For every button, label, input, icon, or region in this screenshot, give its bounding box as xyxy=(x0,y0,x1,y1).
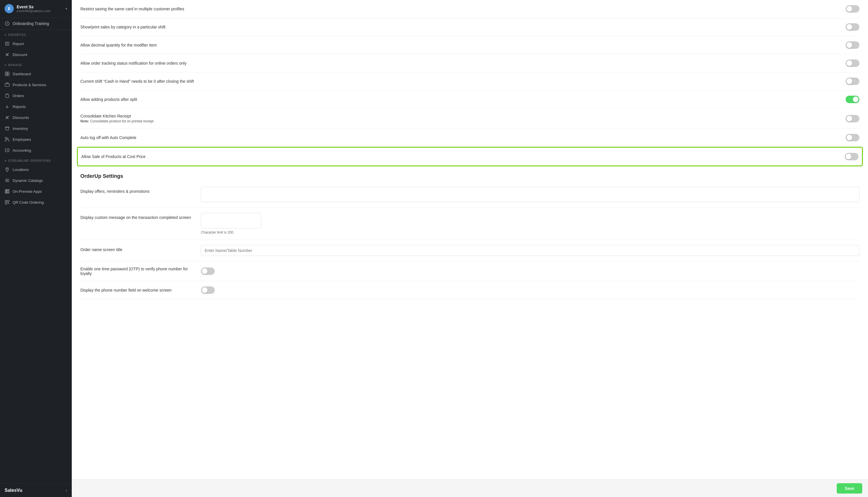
orderup-section-title: OrderUp Settings xyxy=(80,166,859,182)
locations-icon xyxy=(4,167,10,172)
toggle-row-restrict-card: Restrict saving the same card in multipl… xyxy=(80,0,859,18)
sidebar-item-on-premise-apps[interactable]: On-Premise Apps xyxy=(0,186,72,197)
toggle-row-cost-price: Allow Sale of Products at Cost Price xyxy=(77,147,863,166)
onboarding-icon xyxy=(4,21,10,26)
svg-rect-5 xyxy=(8,72,9,73)
orderup-toggle-label-phone: Display the phone number field on welcom… xyxy=(80,288,195,293)
orderup-label-custom-message: Display custom message on the transactio… xyxy=(80,213,195,220)
toggle-slider-auto-log-off xyxy=(845,134,859,141)
svg-rect-14 xyxy=(5,191,6,192)
products-icon xyxy=(4,82,10,87)
toggle-row-auto-log-off: Auto log off with Auto Complete xyxy=(80,129,859,147)
collapse-icon: ▾ xyxy=(4,63,6,67)
toggle-label-auto-log-off: Auto log off with Auto Complete xyxy=(80,135,845,140)
avatar: E xyxy=(4,4,14,13)
sidebar-item-qr-code[interactable]: QR Code Ordering xyxy=(0,197,72,208)
toggle-switch-show-sales-category[interactable] xyxy=(845,23,859,31)
sidebar-item-discounts[interactable]: Discounts xyxy=(0,112,72,123)
user-header[interactable]: E Event Ss event440@salesvu.com ▾ xyxy=(0,0,72,17)
char-limit-note: Character limit is 200. xyxy=(201,230,859,235)
toggle-switch-decimal-quantity[interactable] xyxy=(845,41,859,49)
sidebar-item-employees[interactable]: Employees xyxy=(0,134,72,145)
orderup-row-offers: Display offers, reminders & promotions xyxy=(80,182,859,208)
toggle-slider-show-sales-category xyxy=(845,23,859,31)
toggle-switch-auto-log-off[interactable] xyxy=(845,134,859,141)
chevron-down-icon: ▾ xyxy=(65,6,67,11)
sidebar-item-onboarding[interactable]: Onboarding Training xyxy=(0,17,72,30)
onboarding-label: Onboarding Training xyxy=(13,21,49,26)
favorites-section-label: ▾ FAVORITES xyxy=(0,30,72,38)
toggle-rows: Restrict saving the same card in multipl… xyxy=(80,0,859,166)
toggle-switch-cash-in-hand[interactable] xyxy=(845,77,859,85)
toggle-switch-restrict-card[interactable] xyxy=(845,5,859,13)
toggle-row-products-after-split: Allow adding products after split xyxy=(80,90,859,109)
svg-rect-4 xyxy=(5,72,7,73)
collapse-sidebar-button[interactable]: ‹ xyxy=(66,488,67,493)
svg-rect-7 xyxy=(8,74,9,76)
toggle-label-products-after-split: Allow adding products after split xyxy=(80,97,845,102)
sidebar-item-label: Locations xyxy=(13,168,29,172)
discounts-icon xyxy=(4,115,10,120)
orderup-row-order-name: Order name screen title xyxy=(80,240,859,261)
dashboard-icon xyxy=(4,71,10,76)
sidebar-item-label: QR Code Ordering xyxy=(13,200,44,204)
toggle-switch-cost-price[interactable] xyxy=(845,153,858,160)
toggle-label-show-sales-category: Show/print sales by category in a partic… xyxy=(80,25,845,29)
sidebar-item-label: Discounts xyxy=(13,115,29,120)
toggle-otp-slider xyxy=(201,268,215,275)
toggle-slider-decimal-quantity xyxy=(845,41,859,49)
svg-rect-17 xyxy=(7,193,9,193)
reports-icon xyxy=(4,104,10,109)
save-button[interactable]: Save xyxy=(837,483,862,494)
toggle-slider-consolidate-kitchen xyxy=(845,115,859,123)
svg-rect-16 xyxy=(5,193,6,193)
toggle-slider-cash-in-hand xyxy=(845,77,859,85)
sidebar-item-discount[interactable]: Discount xyxy=(0,49,72,60)
sidebar-item-locations[interactable]: Locations xyxy=(0,164,72,175)
toggle-switch-order-tracking[interactable] xyxy=(845,59,859,67)
sidebar-item-reports[interactable]: Reports xyxy=(0,101,72,112)
svg-rect-19 xyxy=(8,200,9,202)
orderup-row-custom-message: Display custom message on the transactio… xyxy=(80,208,859,240)
sidebar-item-label: Employees xyxy=(13,137,31,142)
toggle-label-order-tracking: Allow order tracking status notification… xyxy=(80,61,845,66)
toggle-slider-cost-price xyxy=(845,153,858,160)
toggle-label-restrict-card: Restrict saving the same card in multipl… xyxy=(80,6,845,11)
employees-icon xyxy=(4,137,10,142)
svg-rect-15 xyxy=(7,191,9,192)
user-email: event440@salesvu.com xyxy=(17,9,65,13)
toggle-switch-consolidate-kitchen[interactable] xyxy=(845,115,859,123)
sidebar-item-inventory[interactable]: Inventory xyxy=(0,123,72,134)
svg-rect-20 xyxy=(5,203,6,204)
sidebar-item-products-services[interactable]: Products & Services xyxy=(0,79,72,90)
toggle-row-order-tracking: Allow order tracking status notification… xyxy=(80,54,859,72)
toggle-phone-slider xyxy=(201,286,215,294)
orderup-textarea-custom-message[interactable] xyxy=(201,213,261,228)
bottom-bar: Save xyxy=(72,480,868,497)
sidebar-item-report[interactable]: Report xyxy=(0,38,72,49)
settings-panel: Restrict saving the same card in multipl… xyxy=(72,0,868,311)
toggle-row-show-sales-category: Show/print sales by category in a partic… xyxy=(80,18,859,36)
orderup-toggle-otp[interactable] xyxy=(201,268,215,275)
svg-point-8 xyxy=(6,116,7,117)
sidebar-item-dynamic-catalogs[interactable]: Dynamic Catalogs xyxy=(0,175,72,186)
inventory-icon xyxy=(4,126,10,131)
toggle-label-consolidate-kitchen: Consolidate Kitchen ReceiptNote: Consoli… xyxy=(80,114,845,123)
sidebar-item-label: Orders xyxy=(13,94,24,98)
sidebar-item-accounting[interactable]: Accounting xyxy=(0,145,72,156)
orderup-label-offers: Display offers, reminders & promotions xyxy=(80,187,195,194)
toggle-switch-products-after-split[interactable] xyxy=(845,96,859,103)
sidebar-item-orders[interactable]: Orders xyxy=(0,90,72,101)
svg-rect-11 xyxy=(5,189,6,190)
sidebar-item-label: Report xyxy=(13,42,24,46)
sidebar: E Event Ss event440@salesvu.com ▾ Onboar… xyxy=(0,0,72,497)
sidebar-item-dashboard[interactable]: Dashboard xyxy=(0,68,72,79)
orderup-toggle-phone[interactable] xyxy=(201,286,215,294)
orderup-textarea-offers[interactable] xyxy=(201,187,859,202)
discount-icon xyxy=(4,52,10,57)
sidebar-item-label: Inventory xyxy=(13,126,28,131)
streamline-section-label: ▾ STREAMLINE OPERATIONS xyxy=(0,156,72,164)
orderup-input-order-name[interactable] xyxy=(201,245,859,256)
toggle-note-consolidate-kitchen: Note: Consolidate product list on printe… xyxy=(80,119,840,123)
svg-point-2 xyxy=(6,54,7,54)
